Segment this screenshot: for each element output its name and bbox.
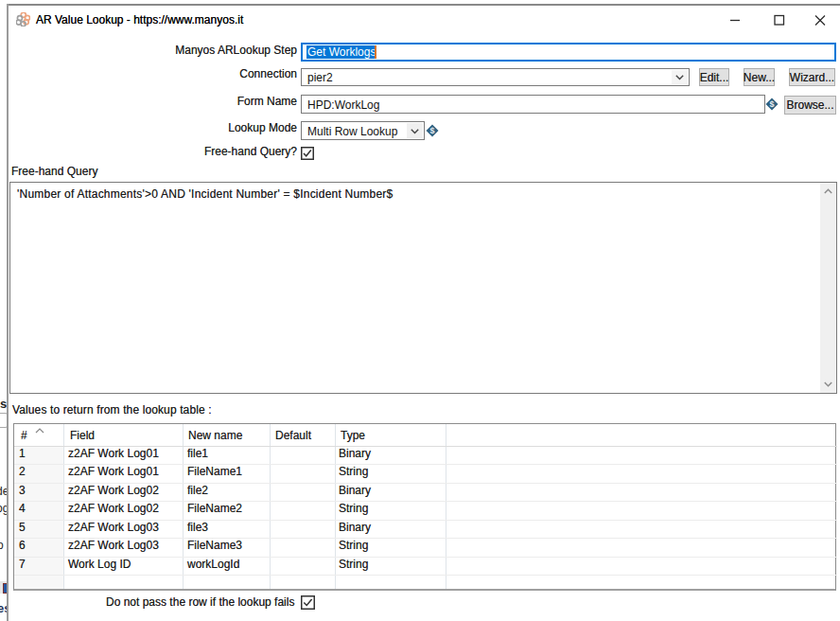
svg-text:$: $: [769, 99, 774, 109]
svg-text:$: $: [429, 126, 434, 135]
